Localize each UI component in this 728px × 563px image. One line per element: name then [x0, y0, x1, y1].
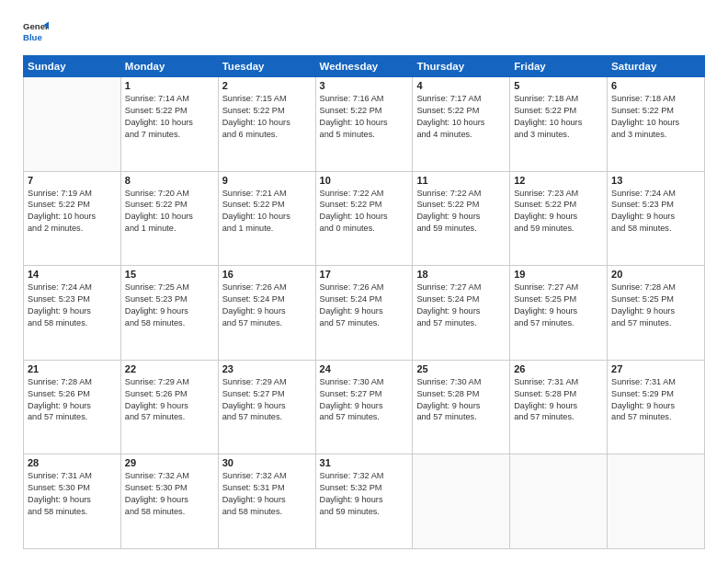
day-info: Sunrise: 7:31 AM Sunset: 5:29 PM Dayligh…	[611, 376, 700, 424]
calendar-cell: 19Sunrise: 7:27 AM Sunset: 5:25 PM Dayli…	[510, 266, 608, 361]
day-info: Sunrise: 7:22 AM Sunset: 5:22 PM Dayligh…	[416, 188, 506, 236]
col-tuesday: Tuesday	[218, 56, 315, 77]
calendar-cell: 8Sunrise: 7:20 AM Sunset: 5:22 PM Daylig…	[120, 171, 218, 266]
day-number: 6	[611, 80, 700, 91]
calendar-cell: 6Sunrise: 7:18 AM Sunset: 5:22 PM Daylig…	[608, 77, 705, 172]
day-number: 24	[320, 363, 409, 374]
day-info: Sunrise: 7:22 AM Sunset: 5:22 PM Dayligh…	[320, 188, 409, 236]
day-number: 25	[416, 363, 506, 374]
calendar-cell: 10Sunrise: 7:22 AM Sunset: 5:22 PM Dayli…	[315, 171, 413, 266]
day-number: 19	[514, 269, 603, 280]
day-info: Sunrise: 7:19 AM Sunset: 5:22 PM Dayligh…	[28, 188, 117, 236]
day-info: Sunrise: 7:29 AM Sunset: 5:27 PM Dayligh…	[222, 376, 312, 424]
day-info: Sunrise: 7:14 AM Sunset: 5:22 PM Dayligh…	[125, 93, 214, 141]
day-info: Sunrise: 7:26 AM Sunset: 5:24 PM Dayligh…	[320, 282, 409, 329]
day-number: 22	[125, 363, 214, 374]
day-info: Sunrise: 7:24 AM Sunset: 5:23 PM Dayligh…	[611, 188, 700, 236]
col-monday: Monday	[120, 56, 218, 77]
week-row-5: 28Sunrise: 7:31 AM Sunset: 5:30 PM Dayli…	[24, 454, 705, 549]
calendar-cell: 13Sunrise: 7:24 AM Sunset: 5:23 PM Dayli…	[608, 171, 705, 266]
calendar-cell: 14Sunrise: 7:24 AM Sunset: 5:23 PM Dayli…	[24, 266, 121, 361]
week-row-2: 7Sunrise: 7:19 AM Sunset: 5:22 PM Daylig…	[24, 171, 705, 266]
svg-text:Blue: Blue	[23, 32, 42, 42]
day-info: Sunrise: 7:30 AM Sunset: 5:28 PM Dayligh…	[416, 376, 506, 424]
day-number: 13	[611, 175, 700, 186]
day-number: 30	[222, 457, 312, 468]
calendar-cell: 24Sunrise: 7:30 AM Sunset: 5:27 PM Dayli…	[315, 360, 413, 454]
calendar-cell: 7Sunrise: 7:19 AM Sunset: 5:22 PM Daylig…	[24, 171, 121, 266]
day-info: Sunrise: 7:17 AM Sunset: 5:22 PM Dayligh…	[416, 93, 506, 141]
header: General Blue	[23, 18, 705, 44]
calendar-cell	[24, 77, 121, 172]
calendar-cell: 22Sunrise: 7:29 AM Sunset: 5:26 PM Dayli…	[120, 360, 218, 454]
day-number: 11	[416, 175, 506, 186]
week-row-1: 1Sunrise: 7:14 AM Sunset: 5:22 PM Daylig…	[24, 77, 705, 172]
day-number: 1	[125, 80, 214, 91]
day-number: 2	[222, 80, 312, 91]
day-info: Sunrise: 7:31 AM Sunset: 5:30 PM Dayligh…	[28, 470, 117, 518]
day-info: Sunrise: 7:32 AM Sunset: 5:31 PM Dayligh…	[222, 470, 312, 518]
day-number: 17	[320, 269, 409, 280]
day-number: 28	[28, 457, 117, 468]
day-number: 8	[125, 175, 214, 186]
day-info: Sunrise: 7:32 AM Sunset: 5:30 PM Dayligh…	[125, 470, 214, 518]
calendar-cell: 12Sunrise: 7:23 AM Sunset: 5:22 PM Dayli…	[510, 171, 608, 266]
day-info: Sunrise: 7:21 AM Sunset: 5:22 PM Dayligh…	[222, 188, 312, 236]
calendar-cell: 16Sunrise: 7:26 AM Sunset: 5:24 PM Dayli…	[218, 266, 315, 361]
calendar-cell: 9Sunrise: 7:21 AM Sunset: 5:22 PM Daylig…	[218, 171, 315, 266]
calendar-cell: 20Sunrise: 7:28 AM Sunset: 5:25 PM Dayli…	[608, 266, 705, 361]
calendar-cell	[608, 454, 705, 549]
calendar-cell	[413, 454, 510, 549]
col-saturday: Saturday	[608, 56, 705, 77]
day-info: Sunrise: 7:18 AM Sunset: 5:22 PM Dayligh…	[611, 93, 700, 141]
calendar-cell: 31Sunrise: 7:32 AM Sunset: 5:32 PM Dayli…	[315, 454, 413, 549]
calendar-cell: 15Sunrise: 7:25 AM Sunset: 5:23 PM Dayli…	[120, 266, 218, 361]
day-number: 15	[125, 269, 214, 280]
logo-icon: General Blue	[23, 18, 49, 44]
day-info: Sunrise: 7:24 AM Sunset: 5:23 PM Dayligh…	[28, 282, 117, 329]
day-number: 5	[514, 80, 603, 91]
page: General Blue Sunday Monday Tuesday Wedne…	[0, 0, 728, 563]
calendar-cell: 26Sunrise: 7:31 AM Sunset: 5:28 PM Dayli…	[510, 360, 608, 454]
calendar-cell: 27Sunrise: 7:31 AM Sunset: 5:29 PM Dayli…	[608, 360, 705, 454]
day-info: Sunrise: 7:27 AM Sunset: 5:24 PM Dayligh…	[416, 282, 506, 329]
day-number: 26	[514, 363, 603, 374]
svg-text:General: General	[23, 21, 49, 31]
day-number: 20	[611, 269, 700, 280]
week-row-4: 21Sunrise: 7:28 AM Sunset: 5:26 PM Dayli…	[24, 360, 705, 454]
logo: General Blue	[23, 18, 49, 44]
col-wednesday: Wednesday	[315, 56, 413, 77]
col-friday: Friday	[510, 56, 608, 77]
day-info: Sunrise: 7:20 AM Sunset: 5:22 PM Dayligh…	[125, 188, 214, 236]
day-info: Sunrise: 7:26 AM Sunset: 5:24 PM Dayligh…	[222, 282, 312, 329]
calendar-cell: 28Sunrise: 7:31 AM Sunset: 5:30 PM Dayli…	[24, 454, 121, 549]
day-number: 16	[222, 269, 312, 280]
day-number: 23	[222, 363, 312, 374]
day-info: Sunrise: 7:18 AM Sunset: 5:22 PM Dayligh…	[514, 93, 603, 141]
calendar-cell: 25Sunrise: 7:30 AM Sunset: 5:28 PM Dayli…	[413, 360, 510, 454]
day-info: Sunrise: 7:27 AM Sunset: 5:25 PM Dayligh…	[514, 282, 603, 329]
day-info: Sunrise: 7:25 AM Sunset: 5:23 PM Dayligh…	[125, 282, 214, 329]
day-info: Sunrise: 7:30 AM Sunset: 5:27 PM Dayligh…	[320, 376, 409, 424]
calendar-cell: 11Sunrise: 7:22 AM Sunset: 5:22 PM Dayli…	[413, 171, 510, 266]
day-number: 9	[222, 175, 312, 186]
day-number: 21	[28, 363, 117, 374]
calendar-cell: 18Sunrise: 7:27 AM Sunset: 5:24 PM Dayli…	[413, 266, 510, 361]
day-info: Sunrise: 7:23 AM Sunset: 5:22 PM Dayligh…	[514, 188, 603, 236]
calendar-cell: 29Sunrise: 7:32 AM Sunset: 5:30 PM Dayli…	[120, 454, 218, 549]
day-info: Sunrise: 7:16 AM Sunset: 5:22 PM Dayligh…	[320, 93, 409, 141]
calendar-cell: 30Sunrise: 7:32 AM Sunset: 5:31 PM Dayli…	[218, 454, 315, 549]
col-thursday: Thursday	[413, 56, 510, 77]
calendar-cell: 23Sunrise: 7:29 AM Sunset: 5:27 PM Dayli…	[218, 360, 315, 454]
day-number: 18	[416, 269, 506, 280]
day-number: 7	[28, 175, 117, 186]
day-number: 12	[514, 175, 603, 186]
calendar-cell: 3Sunrise: 7:16 AM Sunset: 5:22 PM Daylig…	[315, 77, 413, 172]
calendar-cell	[510, 454, 608, 549]
day-number: 31	[320, 457, 409, 468]
day-info: Sunrise: 7:31 AM Sunset: 5:28 PM Dayligh…	[514, 376, 603, 424]
calendar-table: Sunday Monday Tuesday Wednesday Thursday…	[23, 55, 705, 549]
day-info: Sunrise: 7:28 AM Sunset: 5:26 PM Dayligh…	[28, 376, 117, 424]
day-number: 29	[125, 457, 214, 468]
day-number: 10	[320, 175, 409, 186]
